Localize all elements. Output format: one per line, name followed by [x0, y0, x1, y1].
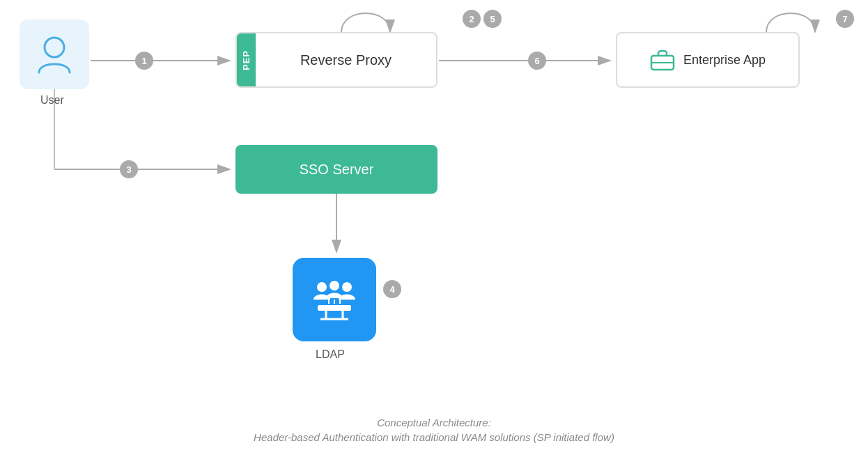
svg-point-12	[342, 282, 352, 292]
caption-title: Conceptual Architecture:	[0, 417, 868, 428]
ldap-box	[293, 258, 376, 341]
badge-3: 3	[120, 160, 138, 178]
svg-point-11	[330, 281, 339, 291]
svg-point-7	[45, 38, 64, 57]
pep-tab: PEP	[237, 33, 256, 86]
proxy-box: PEP Reverse Proxy	[235, 32, 437, 88]
svg-rect-13	[318, 305, 351, 311]
proxy-content: Reverse Proxy	[256, 33, 436, 86]
ldap-label: LDAP	[316, 348, 345, 361]
enterprise-label: Enterprise App	[683, 53, 766, 68]
badge-7: 7	[836, 10, 854, 28]
caption-subtitle: Header-based Authentication with traditi…	[0, 431, 868, 443]
user-box	[20, 20, 89, 89]
user-icon	[36, 35, 72, 74]
enterprise-box: Enterprise App	[616, 32, 800, 88]
badge-4: 4	[383, 280, 401, 298]
badge-1: 1	[135, 52, 153, 70]
badge-5: 5	[483, 10, 502, 28]
svg-point-10	[317, 282, 327, 292]
briefcase-icon	[650, 49, 675, 71]
ldap-icon	[308, 273, 361, 326]
user-label: User	[40, 94, 64, 107]
sso-label: SSO Server	[300, 162, 374, 178]
sso-box: SSO Server	[235, 145, 437, 194]
badge-6: 6	[528, 52, 546, 70]
diagram-container: User 1 PEP Reverse Proxy 2 5 6 Enterpris…	[0, 0, 868, 464]
badge-2: 2	[463, 10, 481, 28]
caption-container: Conceptual Architecture: Header-based Au…	[0, 417, 868, 443]
